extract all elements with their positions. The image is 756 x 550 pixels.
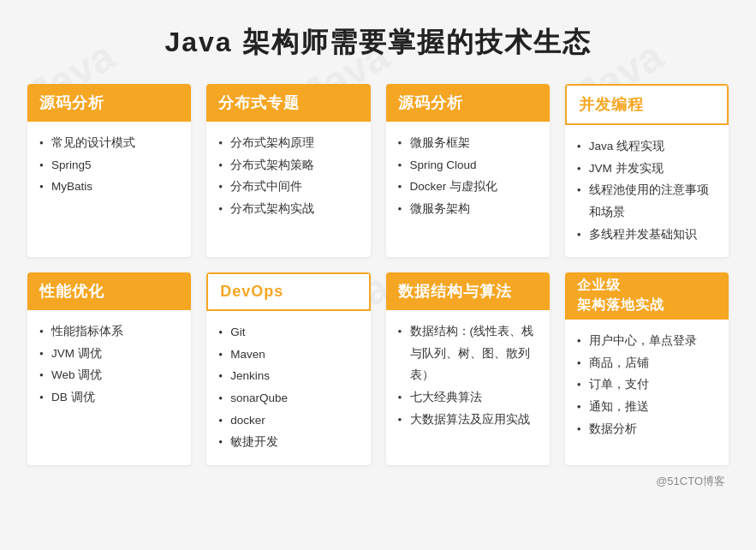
list-item: Web 调优: [39, 364, 179, 386]
list-item: Spring Cloud: [398, 154, 538, 176]
list-item: 多线程并发基础知识: [577, 224, 717, 246]
list-item: 七大经典算法: [398, 386, 538, 409]
list-item: 线程池使用的注意事项和场景: [577, 179, 717, 223]
list-item: 分布式中间件: [218, 176, 358, 198]
card-shuju: 数据结构与算法数据结构：(线性表、栈与队列、树、图、散列表）七大经典算法大数据算…: [386, 272, 550, 465]
card-header-shuju: 数据结构与算法: [386, 272, 550, 310]
list-item: docker: [218, 410, 358, 432]
card-body-yuanma1: 常见的设计模式Spring5MyBatis: [27, 122, 191, 210]
card-bingfa: 并发编程Java 线程实现JVM 并发实现线程池使用的注意事项和场景多线程并发基…: [565, 84, 729, 257]
list-item: 分布式架构实战: [218, 198, 358, 220]
page-title: Java 架构师需要掌握的技术生态: [27, 24, 729, 62]
list-item: 敏捷开发: [218, 431, 358, 453]
list-item: Jenkins: [218, 365, 358, 387]
list-item: 常见的设计模式: [39, 132, 179, 154]
list-item: 微服务架构: [398, 198, 538, 220]
list-item: 分布式架构策略: [218, 154, 358, 176]
list-item: Spring5: [39, 154, 179, 176]
card-xingneng: 性能优化性能指标体系JVM 调优Web 调优DB 调优: [27, 272, 191, 465]
list-item: sonarQube: [218, 387, 358, 410]
card-body-fenbushi: 分布式架构原理分布式架构策略分布式中间件分布式架构实战: [206, 122, 370, 232]
card-header-enterprise: 企业级架构落地实战: [565, 272, 729, 320]
list-item: JVM 调优: [39, 343, 179, 365]
card-yuanma2: 源码分析微服务框架Spring CloudDocker 与虚拟化微服务架构: [386, 84, 550, 257]
card-body-shuju: 数据结构：(线性表、栈与队列、树、图、散列表）七大经典算法大数据算法及应用实战: [386, 310, 550, 442]
card-body-yuanma2: 微服务框架Spring CloudDocker 与虚拟化微服务架构: [386, 122, 550, 232]
card-header-yuanma1: 源码分析: [27, 84, 191, 122]
card-header-bingfa: 并发编程: [565, 84, 729, 125]
list-item: 数据分析: [577, 418, 717, 440]
card-fenbushi: 分布式专题分布式架构原理分布式架构策略分布式中间件分布式架构实战: [206, 84, 370, 257]
card-devops: DevOpsGitMavenJenkinssonarQubedocker敏捷开发: [206, 272, 370, 465]
card-body-bingfa: Java 线程实现JVM 并发实现线程池使用的注意事项和场景多线程并发基础知识: [565, 125, 729, 257]
list-item: 商品，店铺: [577, 352, 717, 374]
card-header-yuanma2: 源码分析: [386, 84, 550, 122]
card-body-xingneng: 性能指标体系JVM 调优Web 调优DB 调优: [27, 310, 191, 421]
list-item: Git: [218, 321, 358, 344]
list-item: 性能指标体系: [39, 320, 179, 343]
list-item: Maven: [218, 344, 358, 366]
list-item: JVM 并发实现: [577, 158, 717, 180]
list-item: 订单，支付: [577, 374, 717, 396]
cards-grid: 源码分析常见的设计模式Spring5MyBatis分布式专题分布式架构原理分布式…: [27, 84, 729, 465]
footer-credit: @51CTO博客: [27, 474, 729, 489]
card-header-devops: DevOps: [206, 272, 370, 311]
list-item: 大数据算法及应用实战: [398, 409, 538, 431]
list-item: Java 线程实现: [577, 135, 717, 158]
list-item: DB 调优: [39, 386, 179, 409]
card-body-devops: GitMavenJenkinssonarQubedocker敏捷开发: [206, 311, 370, 465]
list-item: MyBatis: [39, 176, 179, 198]
card-yuanma1: 源码分析常见的设计模式Spring5MyBatis: [27, 84, 191, 257]
list-item: 用户中心，单点登录: [577, 330, 717, 352]
card-enterprise: 企业级架构落地实战用户中心，单点登录商品，店铺订单，支付通知，推送数据分析: [565, 272, 729, 465]
page-wrapper: Java 架构师需要掌握的技术生态 源码分析常见的设计模式Spring5MyBa…: [0, 0, 756, 506]
card-body-enterprise: 用户中心，单点登录商品，店铺订单，支付通知，推送数据分析: [565, 320, 729, 451]
list-item: 通知，推送: [577, 396, 717, 418]
list-item: 数据结构：(线性表、栈与队列、树、图、散列表）: [398, 320, 538, 386]
list-item: 微服务框架: [398, 132, 538, 154]
list-item: Docker 与虚拟化: [398, 176, 538, 198]
card-header-xingneng: 性能优化: [27, 272, 191, 310]
card-header-fenbushi: 分布式专题: [206, 84, 370, 122]
list-item: 分布式架构原理: [218, 132, 358, 154]
